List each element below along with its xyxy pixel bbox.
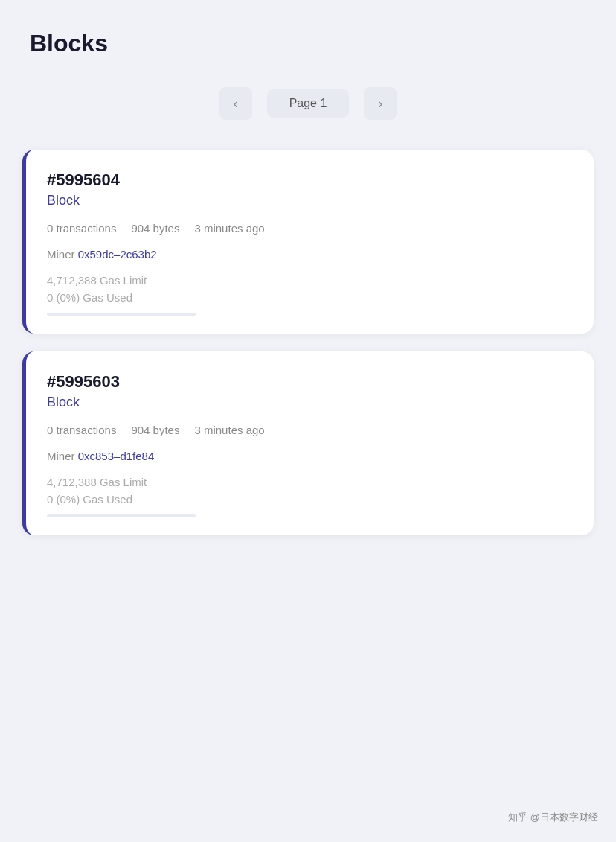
block-miner-row: Miner 0xc853–d1fe84 [47,450,573,462]
block-number: #5995603 [47,372,573,392]
miner-address-link[interactable]: 0x59dc–2c63b2 [78,248,157,261]
pagination: ‹ Page 1 › [22,87,594,120]
prev-page-button[interactable]: ‹ [219,87,252,120]
next-icon: › [378,96,382,112]
block-card: #5995604 Block 0 transactions 904 bytes … [22,150,594,334]
page-indicator: Page 1 [267,89,350,118]
block-size: 904 bytes [131,222,179,235]
blocks-list: #5995604 Block 0 transactions 904 bytes … [22,150,594,535]
block-meta: 0 transactions 904 bytes 3 minutes ago [47,222,573,235]
next-page-button[interactable]: › [364,87,397,120]
watermark: 知乎 @日本数字财经 [508,811,598,824]
block-gas-used: 0 (0%) Gas Used [47,493,573,505]
block-number: #5995604 [47,170,573,190]
block-type-link[interactable]: Block [47,395,80,410]
block-type-link[interactable]: Block [47,193,80,208]
block-meta: 0 transactions 904 bytes 3 minutes ago [47,424,573,436]
gas-progress-bar [47,313,196,316]
block-miner-row: Miner 0x59dc–2c63b2 [47,248,573,261]
block-gas-used: 0 (0%) Gas Used [47,291,573,304]
miner-address-link[interactable]: 0xc853–d1fe84 [78,450,155,462]
block-size: 904 bytes [131,424,179,436]
block-transactions: 0 transactions [47,424,116,436]
block-gas-limit: 4,712,388 Gas Limit [47,476,573,488]
block-time: 3 minutes ago [194,222,264,235]
block-transactions: 0 transactions [47,222,116,235]
gas-progress-bar [47,514,196,517]
miner-label: Miner [47,450,78,462]
miner-label: Miner [47,248,78,261]
prev-icon: ‹ [234,96,238,112]
block-gas-limit: 4,712,388 Gas Limit [47,274,573,287]
block-time: 3 minutes ago [194,424,264,436]
page-title: Blocks [22,30,594,57]
block-card: #5995603 Block 0 transactions 904 bytes … [22,351,594,535]
page-container: Blocks ‹ Page 1 › #5995604 Block 0 trans… [0,0,616,842]
